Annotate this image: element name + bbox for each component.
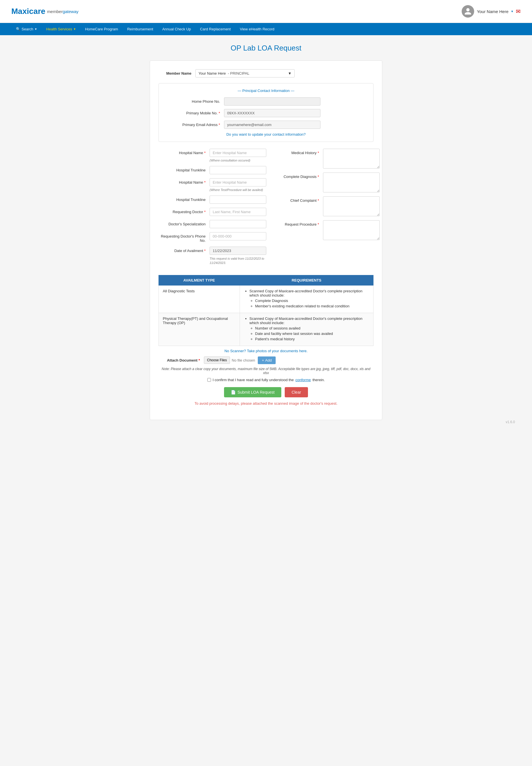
mail-icon[interactable]: ✉ <box>516 8 521 15</box>
select-arrow-icon: ▼ <box>288 71 292 75</box>
navbar-item-annual-check-up[interactable]: Annual Check Up <box>158 23 195 35</box>
logo-member-text: membergateway <box>47 9 79 14</box>
requesting-doctor-input[interactable] <box>210 208 266 216</box>
member-name-label: Member Name <box>159 71 195 75</box>
primary-mobile-input[interactable] <box>224 109 320 117</box>
home-phone-label: Home Phone No. <box>167 99 224 104</box>
person-icon <box>464 7 472 15</box>
avatar <box>462 5 474 18</box>
hospital-procedure-label: Hospital Name * <box>159 178 210 184</box>
chief-complaint-textarea[interactable] <box>323 197 380 216</box>
complete-diagnosis-row: Complete Diagnosis * <box>272 172 380 193</box>
add-button[interactable]: + Add <box>258 356 276 364</box>
hospital-procedure-row: Hospital Name * <box>159 178 266 186</box>
hospital-consultation-group: Hospital Name * (Where consultation occu… <box>159 149 266 162</box>
complete-diagnosis-label: Complete Diagnosis * <box>272 172 323 179</box>
doctor-phone-row: Requesting Doctor's Phone No. <box>159 232 266 243</box>
hospital-trunkline1-input[interactable] <box>210 166 266 174</box>
navbar: 🔍 Search ▼ Health Services ▼ HomeCare Pr… <box>0 23 532 35</box>
header-right: Your Name Here ▾ ✉ <box>462 5 521 18</box>
requirements-2: Scanned Copy of Maxicare-accredited Doct… <box>240 313 373 346</box>
submit-button[interactable]: 📄 Submit LOA Request <box>224 387 281 397</box>
confirm-text: I confirm that I have read and fully und… <box>213 378 294 382</box>
confirm-suffix: therein. <box>313 378 325 382</box>
doctor-specialization-label: Doctor's Specialization <box>159 220 210 226</box>
hospital-procedure-input[interactable] <box>210 178 266 186</box>
primary-email-input[interactable] <box>224 121 320 129</box>
hospital-consultation-row: Hospital Name * <box>159 149 266 157</box>
search-caret: ▼ <box>34 28 37 31</box>
availment-type-2: Physical Therapy(PT) and Occupational Th… <box>159 313 240 346</box>
main-form: Hospital Name * (Where consultation occu… <box>159 149 373 269</box>
medical-history-label: Medical History * <box>272 149 323 155</box>
medical-history-textarea[interactable] <box>323 149 380 168</box>
request-procedure-row: Request Procedure * <box>272 220 380 240</box>
member-name-row: Member Name Your Name Here - PRINCIPAL ▼ <box>159 69 373 77</box>
availment-table: AVAILMENT TYPE REQUIREMENTS All Diagnost… <box>159 275 373 346</box>
complete-diagnosis-textarea[interactable] <box>323 172 380 193</box>
logo-maxicare: Maxicare <box>11 7 45 16</box>
health-caret: ▼ <box>73 28 76 31</box>
clear-button[interactable]: Clear <box>285 387 308 397</box>
navbar-item-reimbursement[interactable]: Reimbursement <box>123 23 158 35</box>
submit-icon: 📄 <box>231 390 236 394</box>
attach-row: Attach Document * Choose Files No file c… <box>159 356 373 364</box>
header: Maxicare membergateway Your Name Here ▾ … <box>0 0 532 23</box>
hospital-procedure-group: Hospital Name * (Where Test/Procedure wi… <box>159 178 266 192</box>
medical-history-row: Medical History * <box>272 149 380 168</box>
hospital-trunkline2-label: Hospital Trunkline <box>159 196 210 202</box>
contact-section-title: Principal Contact Information <box>167 88 365 93</box>
primary-mobile-label: Primary Mobile No. * <box>167 111 224 115</box>
conforme-link[interactable]: conforme <box>295 378 311 382</box>
validity-note: This request is valid from 11/22/2023 to… <box>210 257 266 265</box>
hospital-trunkline2-input[interactable] <box>210 196 266 204</box>
hospital-procedure-hint: (Where Test/Procedure will be availed) <box>210 188 266 192</box>
home-phone-row: Home Phone No. <box>167 97 365 105</box>
form-left: Hospital Name * (Where consultation occu… <box>159 149 266 269</box>
doctor-specialization-row: Doctor's Specialization <box>159 220 266 228</box>
form-container: Member Name Your Name Here - PRINCIPAL ▼… <box>150 60 382 420</box>
availment-type-header: AVAILMENT TYPE <box>159 275 240 285</box>
hospital-trunkline1-label: Hospital Trunkline <box>159 166 210 172</box>
doctor-phone-label: Requesting Doctor's Phone No. <box>159 232 210 243</box>
search-icon: 🔍 <box>16 27 20 31</box>
update-contact-link[interactable]: Do you want to update your contact infor… <box>167 132 365 136</box>
primary-mobile-row: Primary Mobile No. * <box>167 109 365 117</box>
user-dropdown-arrow[interactable]: ▾ <box>511 9 513 13</box>
scanner-link[interactable]: No Scanner? Take photos of your document… <box>159 349 373 353</box>
hospital-trunkline1-row: Hospital Trunkline <box>159 166 266 174</box>
form-right: Medical History * Complete Diagnosis * <box>272 149 380 269</box>
date-availment-label: Date of Availment * <box>159 247 210 253</box>
home-phone-input[interactable] <box>224 97 320 105</box>
date-availment-input[interactable] <box>210 247 266 255</box>
plus-icon: + <box>262 358 264 362</box>
attach-label: Attach Document * <box>159 358 204 362</box>
availment-type-1: All Diagnostic Tests <box>159 285 240 313</box>
navbar-item-health-services[interactable]: Health Services ▼ <box>42 23 81 35</box>
doctor-specialization-input[interactable] <box>210 220 266 228</box>
navbar-item-search[interactable]: 🔍 Search ▼ <box>11 23 42 35</box>
request-procedure-label: Request Procedure * <box>272 220 323 227</box>
file-no-chosen: No file chosen <box>232 358 255 362</box>
hospital-consultation-input[interactable] <box>210 149 266 157</box>
page: OP Lab LOA Request Member Name Your Name… <box>0 35 532 766</box>
chief-complaint-row: Chief Complaint * <box>272 197 380 216</box>
contact-box: Principal Contact Information Home Phone… <box>159 83 373 142</box>
warning-text: To avoid processing delays, please attac… <box>159 401 373 406</box>
version-label: v1.6.0 <box>11 420 521 424</box>
choose-files-button[interactable]: Choose Files <box>204 356 230 364</box>
page-title: OP Lab LOA Request <box>11 44 521 52</box>
navbar-item-homecare[interactable]: HomeCare Program <box>81 23 123 35</box>
request-procedure-textarea[interactable] <box>323 220 380 240</box>
doctor-phone-input[interactable] <box>210 232 266 241</box>
availment-row-1: All Diagnostic Tests Scanned Copy of Max… <box>159 285 373 313</box>
member-select[interactable]: Your Name Here - PRINCIPAL ▼ <box>195 69 295 77</box>
navbar-item-card-replacement[interactable]: Card Replacement <box>195 23 235 35</box>
primary-email-row: Primary Email Adress * <box>167 121 365 129</box>
confirm-checkbox[interactable] <box>207 378 211 382</box>
logo: Maxicare membergateway <box>11 7 79 16</box>
navbar-item-ehealth[interactable]: View eHealth Record <box>235 23 279 35</box>
user-name: Your Name Here <box>477 9 508 14</box>
requesting-doctor-label: Requesting Doctor * <box>159 208 210 214</box>
hospital-trunkline2-row: Hospital Trunkline <box>159 196 266 204</box>
